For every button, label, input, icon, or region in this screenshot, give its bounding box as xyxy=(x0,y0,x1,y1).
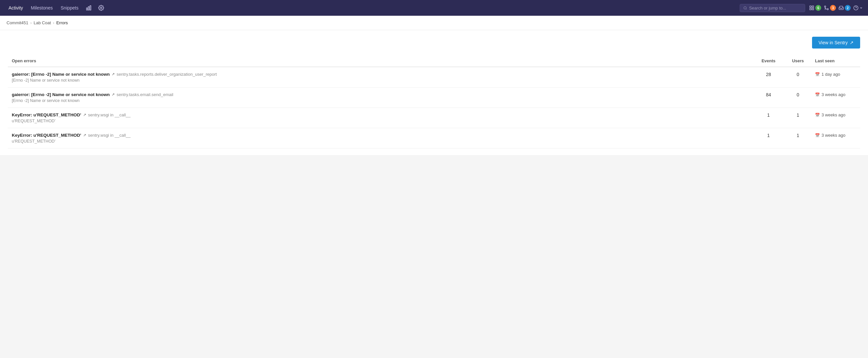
error-cell: KeyError: u'REQUEST_METHOD' ↗ sentry.wsg… xyxy=(8,128,752,148)
error-location: sentry.wsgi in __call__ xyxy=(88,133,131,138)
table-header-row: Open errors Events Users Last seen xyxy=(8,55,860,67)
breadcrumb: Commit451 › Lab Coat › Errors xyxy=(0,16,868,30)
help-icon xyxy=(853,5,859,10)
lastseen-cell: 📅 3 weeks ago xyxy=(811,128,860,148)
error-title: gaierror: [Errno -2] Name or service not… xyxy=(12,72,748,77)
nav-milestones[interactable]: Milestones xyxy=(28,3,56,12)
error-location: sentry.wsgi in __call__ xyxy=(88,112,131,117)
docs-badge-count: 6 xyxy=(815,5,821,11)
users-cell: 1 xyxy=(785,128,811,148)
svg-rect-2 xyxy=(90,6,91,10)
svg-rect-1 xyxy=(88,6,89,10)
error-title-text: KeyError: u'REQUEST_METHOD' xyxy=(12,133,81,138)
table-row[interactable]: KeyError: u'REQUEST_METHOD' ↗ sentry.wsg… xyxy=(8,128,860,148)
help-btn[interactable] xyxy=(853,5,863,10)
users-cell: 1 xyxy=(785,108,811,128)
svg-rect-8 xyxy=(810,8,811,10)
last-seen-text: 3 weeks ago xyxy=(822,133,845,138)
search-bar[interactable] xyxy=(740,4,805,12)
col-header-events: Events xyxy=(752,55,785,67)
users-cell: 0 xyxy=(785,87,811,108)
table-row[interactable]: gaierror: [Errno -2] Name or service not… xyxy=(8,67,860,87)
view-in-sentry-label: View in Sentry xyxy=(818,40,848,45)
error-title: KeyError: u'REQUEST_METHOD' ↗ sentry.wsg… xyxy=(12,112,748,117)
merge-badge-count: 3 xyxy=(830,5,836,11)
error-subtitle: u'REQUEST_METHOD' xyxy=(12,139,748,144)
navbar: Activity Milestones Snippets 6 3 xyxy=(0,0,868,16)
breadcrumb-labcoat[interactable]: Lab Coat xyxy=(34,20,51,25)
svg-line-5 xyxy=(746,8,747,9)
svg-rect-6 xyxy=(810,6,811,7)
errors-table: Open errors Events Users Last seen gaier… xyxy=(8,55,860,148)
search-input[interactable] xyxy=(749,6,802,10)
table-row[interactable]: gaierror: [Errno -2] Name or service not… xyxy=(8,87,860,108)
search-icon xyxy=(743,6,747,10)
external-link-icon: ↗ xyxy=(850,40,854,45)
breadcrumb-sep-1: › xyxy=(30,20,31,25)
svg-rect-0 xyxy=(86,8,87,10)
svg-rect-9 xyxy=(812,8,814,10)
calendar-icon: 📅 xyxy=(815,113,820,117)
breadcrumb-sep-2: › xyxy=(53,20,54,25)
merge-icon xyxy=(824,5,829,10)
events-cell: 28 xyxy=(752,67,785,87)
breadcrumb-current: Errors xyxy=(56,20,68,25)
users-cell: 0 xyxy=(785,67,811,87)
events-cell: 84 xyxy=(752,87,785,108)
error-subtitle: u'REQUEST_METHOD' xyxy=(12,119,748,123)
error-title-text: gaierror: [Errno -2] Name or service not… xyxy=(12,72,110,77)
lastseen-cell: 📅 1 day ago xyxy=(811,67,860,87)
error-ext-link-icon[interactable]: ↗ xyxy=(83,133,86,137)
events-cell: 1 xyxy=(752,108,785,128)
nav-activity[interactable]: Activity xyxy=(5,3,26,12)
svg-point-3 xyxy=(100,7,102,9)
last-seen-content: 📅 1 day ago xyxy=(815,72,856,77)
chart-icon[interactable] xyxy=(83,3,94,13)
events-cell: 1 xyxy=(752,128,785,148)
error-subtitle: [Errno -2] Name or service not known xyxy=(12,78,748,83)
nav-snippets[interactable]: Snippets xyxy=(57,3,82,12)
error-title: KeyError: u'REQUEST_METHOD' ↗ sentry.wsg… xyxy=(12,133,748,138)
error-cell: gaierror: [Errno -2] Name or service not… xyxy=(8,87,752,108)
last-seen-content: 📅 3 weeks ago xyxy=(815,92,856,97)
nav-badge-group: 6 3 2 xyxy=(809,5,863,11)
last-seen-content: 📅 3 weeks ago xyxy=(815,133,856,138)
settings-icon[interactable] xyxy=(96,3,107,13)
error-ext-link-icon[interactable]: ↗ xyxy=(83,113,86,117)
lastseen-cell: 📅 3 weeks ago xyxy=(811,87,860,108)
chevron-down-icon xyxy=(860,6,863,9)
svg-point-11 xyxy=(825,6,826,7)
error-title: gaierror: [Errno -2] Name or service not… xyxy=(12,92,748,97)
error-location: sentry.tasks.email.send_email xyxy=(117,92,173,97)
breadcrumb-commit451[interactable]: Commit451 xyxy=(6,20,28,25)
svg-point-4 xyxy=(744,6,746,9)
error-title-text: gaierror: [Errno -2] Name or service not… xyxy=(12,92,110,97)
merge-badge-btn[interactable]: 3 xyxy=(824,5,836,11)
docs-badge-btn[interactable]: 6 xyxy=(809,5,821,11)
calendar-icon: 📅 xyxy=(815,72,820,77)
last-seen-content: 📅 3 weeks ago xyxy=(815,112,856,117)
docs-icon xyxy=(809,5,814,10)
main-content: View in Sentry ↗ Open errors Events User… xyxy=(0,30,868,155)
svg-rect-7 xyxy=(812,6,814,7)
lastseen-cell: 📅 3 weeks ago xyxy=(811,108,860,128)
col-header-lastseen: Last seen xyxy=(811,55,860,67)
view-sentry-container: View in Sentry ↗ xyxy=(8,37,860,49)
inbox-badge-count: 2 xyxy=(845,5,851,11)
error-title-text: KeyError: u'REQUEST_METHOD' xyxy=(12,112,81,117)
col-header-users: Users xyxy=(785,55,811,67)
error-location: sentry.tasks.reports.deliver_organizatio… xyxy=(117,72,217,77)
col-header-errors: Open errors xyxy=(8,55,752,67)
error-cell: gaierror: [Errno -2] Name or service not… xyxy=(8,67,752,87)
inbox-badge-btn[interactable]: 2 xyxy=(839,5,851,11)
calendar-icon: 📅 xyxy=(815,92,820,97)
error-ext-link-icon[interactable]: ↗ xyxy=(112,72,115,76)
table-row[interactable]: KeyError: u'REQUEST_METHOD' ↗ sentry.wsg… xyxy=(8,108,860,128)
error-ext-link-icon[interactable]: ↗ xyxy=(112,92,115,97)
view-in-sentry-button[interactable]: View in Sentry ↗ xyxy=(812,37,860,49)
last-seen-text: 1 day ago xyxy=(822,72,840,77)
error-subtitle: [Errno -2] Name or service not known xyxy=(12,98,748,103)
svg-point-10 xyxy=(827,8,828,10)
last-seen-text: 3 weeks ago xyxy=(822,92,845,97)
error-cell: KeyError: u'REQUEST_METHOD' ↗ sentry.wsg… xyxy=(8,108,752,128)
